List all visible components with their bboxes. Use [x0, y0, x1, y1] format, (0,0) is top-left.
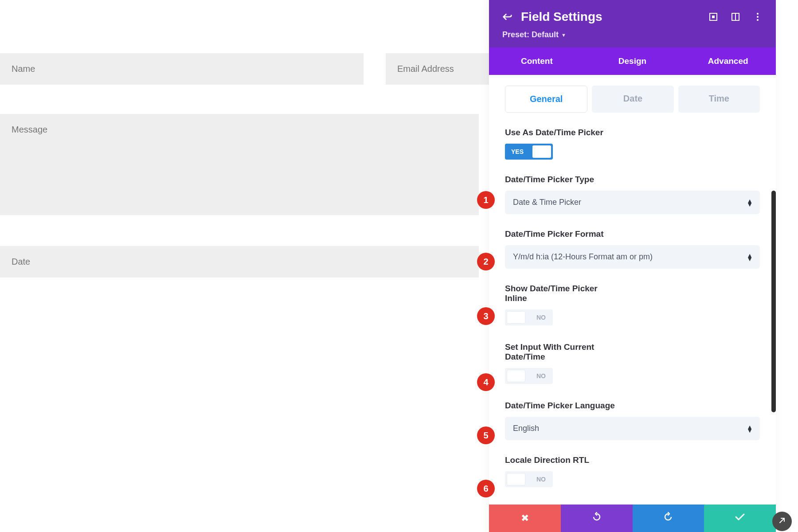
picker-format-select[interactable]: Y/m/d h:ia (12-Hours Format am or pm) ▲▼ [505, 245, 760, 269]
message-field[interactable] [0, 114, 479, 215]
picker-format-label: Date/Time Picker Format [505, 229, 620, 239]
preset-label: Preset: Default [502, 30, 559, 39]
language-select[interactable]: English ▲▼ [505, 417, 760, 440]
undo-button[interactable] [561, 505, 633, 532]
toggle-yes-label: YES [511, 148, 524, 155]
toggle-no-label: NO [536, 476, 546, 483]
cancel-button[interactable]: ✖ [489, 505, 561, 532]
language-label: Date/Time Picker Language [505, 401, 620, 411]
arrow-icon [778, 517, 786, 526]
panel-footer: ✖ [489, 505, 776, 532]
subtab-date[interactable]: Date [592, 86, 673, 113]
use-picker-toggle[interactable]: YES [505, 144, 553, 160]
form-canvas [0, 0, 479, 307]
rtl-label: Locale Direction RTL [505, 455, 620, 465]
use-picker-label: Use As Date/Time Picker [505, 128, 620, 137]
close-icon: ✖ [521, 512, 529, 524]
settings-panel: Field Settings Preset: Default ▼ Content… [489, 0, 776, 532]
more-icon[interactable] [753, 12, 763, 22]
language-value: English [513, 424, 539, 433]
annotation-badge-5: 5 [477, 426, 495, 444]
preset-dropdown[interactable]: Preset: Default ▼ [502, 30, 763, 39]
tab-advanced[interactable]: Advanced [680, 47, 776, 75]
tab-design[interactable]: Design [585, 47, 681, 75]
svg-point-4 [757, 13, 759, 15]
svg-rect-1 [712, 16, 715, 18]
show-inline-toggle[interactable]: NO [505, 309, 553, 325]
toggle-knob [507, 473, 525, 485]
subtab-time[interactable]: Time [678, 86, 760, 113]
name-field[interactable] [0, 53, 364, 85]
set-current-toggle[interactable]: NO [505, 368, 553, 384]
select-caret-icon: ▲▼ [747, 254, 753, 261]
annotation-badge-6: 6 [477, 480, 495, 497]
toggle-no-label: NO [536, 372, 546, 379]
save-button[interactable] [704, 505, 776, 532]
picker-type-label: Date/Time Picker Type [505, 175, 620, 184]
layout-icon[interactable] [731, 12, 740, 22]
date-field[interactable] [0, 246, 479, 278]
scrollbar-thumb[interactable] [771, 191, 776, 412]
annotation-badge-3: 3 [477, 307, 495, 325]
panel-header: Field Settings Preset: Default ▼ [489, 0, 776, 47]
subtab-general[interactable]: General [505, 86, 587, 113]
select-caret-icon: ▲▼ [747, 425, 753, 432]
set-current-label: Set Input With Current Date/Time [505, 342, 620, 362]
expand-icon[interactable] [708, 12, 718, 22]
rtl-toggle[interactable]: NO [505, 471, 553, 487]
show-inline-label: Show Date/Time Picker Inline [505, 284, 620, 303]
annotation-badge-4: 4 [477, 373, 495, 391]
panel-title: Field Settings [521, 10, 700, 24]
select-caret-icon: ▲▼ [747, 199, 753, 206]
panel-body: General Date Time Use As Date/Time Picke… [489, 75, 776, 505]
undo-icon [591, 512, 602, 525]
chevron-down-icon: ▼ [561, 32, 566, 38]
svg-point-6 [757, 19, 759, 21]
help-button[interactable] [772, 512, 792, 531]
toggle-knob [507, 370, 525, 382]
toggle-knob [507, 311, 525, 324]
toggle-knob [532, 145, 551, 158]
annotation-badge-1: 1 [477, 191, 495, 209]
redo-button[interactable] [633, 505, 704, 532]
picker-type-select[interactable]: Date & Time Picker ▲▼ [505, 191, 760, 214]
sub-tabs: General Date Time [505, 86, 760, 113]
main-tabs: Content Design Advanced [489, 47, 776, 75]
annotation-badge-2: 2 [477, 253, 495, 270]
svg-point-5 [757, 16, 759, 18]
picker-type-value: Date & Time Picker [513, 198, 581, 207]
tab-content[interactable]: Content [489, 47, 585, 75]
check-icon [735, 512, 745, 524]
toggle-no-label: NO [536, 314, 546, 321]
back-icon[interactable] [502, 12, 512, 22]
redo-icon [663, 512, 673, 525]
picker-format-value: Y/m/d h:ia (12-Hours Format am or pm) [513, 252, 653, 261]
